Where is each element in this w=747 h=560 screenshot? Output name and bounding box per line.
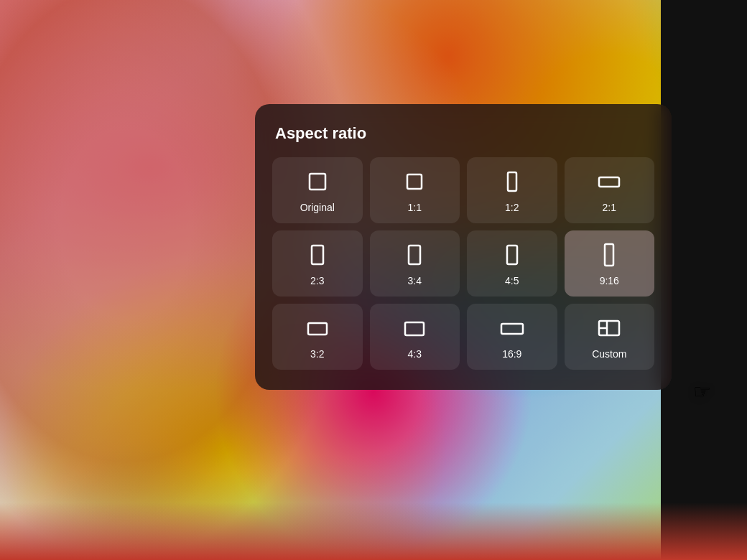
custom-icon [596,315,622,341]
svg-rect-7 [605,244,613,266]
ratio-2-1-label: 2:1 [603,202,616,213]
ratio-grid: Original 1:1 1:2 2:1 [272,157,654,370]
svg-rect-8 [308,323,327,335]
3-2-icon [305,315,330,341]
original-icon [305,169,330,195]
3-4-icon [402,242,427,268]
svg-rect-3 [599,177,619,187]
svg-rect-1 [407,174,422,189]
ratio-3-4[interactable]: 3:4 [370,230,460,297]
svg-rect-10 [501,324,523,334]
ratio-1-2-label: 1:2 [505,202,519,213]
ratio-3-2[interactable]: 3:2 [272,304,363,370]
panel-title: Aspect ratio [272,124,654,143]
svg-rect-0 [310,174,325,190]
ratio-1-2[interactable]: 1:2 [467,157,557,223]
dark-panel-bottom [0,503,747,560]
svg-rect-5 [409,246,420,264]
16-9-icon [499,315,525,341]
ratio-3-4-label: 3:4 [408,275,422,286]
2-1-icon [596,169,622,195]
aspect-ratio-panel: Aspect ratio Original 1:1 [255,104,672,390]
ratio-9-16[interactable]: 9:16 [565,230,655,297]
ratio-16-9-label: 16:9 [502,348,521,360]
ratio-2-1[interactable]: 2:1 [565,157,655,223]
ratio-16-9[interactable]: 16:9 [467,304,557,370]
2-3-icon [305,242,330,268]
svg-rect-4 [312,246,323,264]
ratio-custom-label: Custom [592,348,626,360]
1-2-icon [499,169,525,195]
svg-rect-6 [507,246,517,264]
ratio-original-label: Original [300,202,335,213]
ratio-4-3-label: 4:3 [408,348,422,360]
ratio-9-16-label: 9:16 [600,275,619,286]
9-16-icon [596,242,622,268]
ratio-2-3[interactable]: 2:3 [272,230,363,297]
ratio-4-5-label: 4:5 [505,275,519,286]
1-1-icon [402,169,427,195]
ratio-1-1-label: 1:1 [408,202,422,213]
ratio-2-3-label: 2:3 [310,275,324,286]
svg-rect-2 [508,172,516,191]
4-3-icon [402,315,427,341]
ratio-custom[interactable]: Custom [565,304,655,370]
4-5-icon [499,242,525,268]
ratio-4-5[interactable]: 4:5 [467,230,557,297]
dark-panel-right [661,0,747,560]
svg-rect-9 [405,322,424,335]
ratio-1-1[interactable]: 1:1 [370,157,460,223]
ratio-4-3[interactable]: 4:3 [370,304,460,370]
ratio-3-2-label: 3:2 [310,348,324,360]
ratio-original[interactable]: Original [272,157,363,223]
